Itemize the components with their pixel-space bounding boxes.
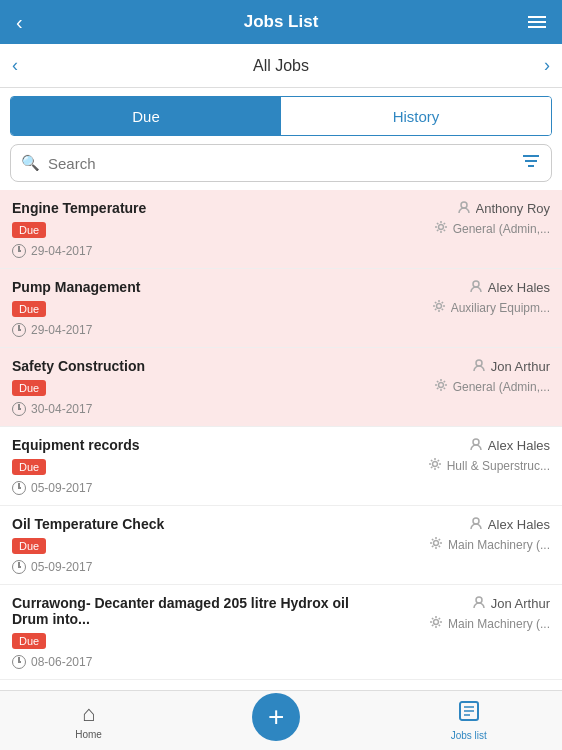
job-title: Oil Temperature Check	[12, 516, 380, 532]
nav-home[interactable]: ⌂ Home	[75, 701, 102, 740]
job-title: Engine Temperature	[12, 200, 380, 216]
tab-history[interactable]: History	[281, 97, 551, 135]
person-row: Anthony Roy	[457, 200, 550, 217]
gear-icon	[428, 457, 442, 474]
all-jobs-label: All Jobs	[253, 57, 309, 75]
all-jobs-bar: ‹ All Jobs ›	[0, 44, 562, 88]
job-item[interactable]: Engine TemperatureDue29-04-2017Anthony R…	[0, 190, 562, 269]
clock-icon	[12, 402, 26, 416]
menu-button[interactable]	[528, 16, 546, 28]
person-icon	[472, 358, 486, 375]
svg-point-11	[473, 518, 479, 524]
back-button[interactable]: ‹	[16, 11, 23, 34]
due-badge: Due	[12, 380, 46, 396]
clock-icon	[12, 560, 26, 574]
category-name: Auxiliary Equipm...	[451, 301, 550, 315]
svg-point-4	[438, 225, 443, 230]
header: ‹ Jobs List	[0, 0, 562, 44]
job-title: Equipment records	[12, 437, 380, 453]
next-jobs-button[interactable]: ›	[544, 55, 550, 76]
gear-row: Main Machinery (...	[429, 615, 550, 632]
svg-point-6	[436, 304, 441, 309]
job-date: 05-09-2017	[31, 560, 92, 574]
person-name: Alex Hales	[488, 438, 550, 453]
gear-row: Auxiliary Equipm...	[432, 299, 550, 316]
job-item[interactable]: Pump ManagementDue29-04-2017Alex HalesAu…	[0, 269, 562, 348]
job-list: Engine TemperatureDue29-04-2017Anthony R…	[0, 190, 562, 696]
person-row: Alex Hales	[469, 516, 550, 533]
home-label: Home	[75, 729, 102, 740]
job-date: 05-09-2017	[31, 481, 92, 495]
filter-icon[interactable]	[521, 151, 541, 176]
person-name: Anthony Roy	[476, 201, 550, 216]
tab-due[interactable]: Due	[11, 97, 281, 135]
person-name: Alex Hales	[488, 280, 550, 295]
person-icon	[469, 437, 483, 454]
category-name: General (Admin,...	[453, 380, 550, 394]
gear-row: General (Admin,...	[434, 220, 550, 237]
person-icon	[469, 516, 483, 533]
gear-icon	[429, 536, 443, 553]
due-badge: Due	[12, 459, 46, 475]
person-icon	[472, 595, 486, 612]
gear-icon	[429, 615, 443, 632]
due-badge: Due	[12, 301, 46, 317]
gear-row: Main Machinery (...	[429, 536, 550, 553]
svg-point-13	[476, 597, 482, 603]
job-title: Pump Management	[12, 279, 380, 295]
jobs-list-icon	[458, 700, 480, 728]
svg-point-14	[433, 620, 438, 625]
job-item[interactable]: Currawong- Decanter damaged 205 litre Hy…	[0, 585, 562, 680]
job-date: 08-06-2017	[31, 655, 92, 669]
nav-jobs-list[interactable]: Jobs list	[451, 700, 487, 741]
prev-jobs-button[interactable]: ‹	[12, 55, 18, 76]
category-name: Main Machinery (...	[448, 538, 550, 552]
bottom-nav: ⌂ Home + Jobs list	[0, 690, 562, 750]
svg-point-12	[433, 541, 438, 546]
svg-point-9	[473, 439, 479, 445]
svg-point-8	[438, 383, 443, 388]
header-title: Jobs List	[244, 12, 319, 32]
add-icon: +	[268, 701, 284, 733]
clock-icon	[12, 323, 26, 337]
tabs-container: Due History	[10, 96, 552, 136]
due-badge: Due	[12, 222, 46, 238]
job-item[interactable]: Equipment recordsDue05-09-2017Alex Hales…	[0, 427, 562, 506]
job-title: Safety Construction	[12, 358, 380, 374]
person-icon	[457, 200, 471, 217]
category-name: Main Machinery (...	[448, 617, 550, 631]
job-date: 29-04-2017	[31, 323, 92, 337]
person-row: Jon Arthur	[472, 595, 550, 612]
svg-point-3	[461, 202, 467, 208]
category-name: General (Admin,...	[453, 222, 550, 236]
clock-icon	[12, 655, 26, 669]
search-icon: 🔍	[21, 154, 40, 172]
job-title: Currawong- Decanter damaged 205 litre Hy…	[12, 595, 380, 627]
clock-icon	[12, 481, 26, 495]
category-name: Hull & Superstruc...	[447, 459, 550, 473]
add-job-button[interactable]: +	[252, 693, 300, 741]
search-input[interactable]	[48, 155, 513, 172]
person-name: Alex Hales	[488, 517, 550, 532]
search-bar: 🔍	[10, 144, 552, 182]
person-row: Jon Arthur	[472, 358, 550, 375]
due-badge: Due	[12, 538, 46, 554]
gear-row: Hull & Superstruc...	[428, 457, 550, 474]
svg-point-7	[476, 360, 482, 366]
gear-icon	[432, 299, 446, 316]
gear-row: General (Admin,...	[434, 378, 550, 395]
person-row: Alex Hales	[469, 279, 550, 296]
person-name: Jon Arthur	[491, 359, 550, 374]
due-badge: Due	[12, 633, 46, 649]
svg-point-10	[432, 462, 437, 467]
home-icon: ⌂	[82, 701, 95, 727]
job-item[interactable]: Safety ConstructionDue30-04-2017Jon Arth…	[0, 348, 562, 427]
svg-point-5	[473, 281, 479, 287]
clock-icon	[12, 244, 26, 258]
gear-icon	[434, 378, 448, 395]
jobs-list-label: Jobs list	[451, 730, 487, 741]
job-date: 29-04-2017	[31, 244, 92, 258]
job-item[interactable]: Oil Temperature CheckDue05-09-2017Alex H…	[0, 506, 562, 585]
person-name: Jon Arthur	[491, 596, 550, 611]
job-date: 30-04-2017	[31, 402, 92, 416]
